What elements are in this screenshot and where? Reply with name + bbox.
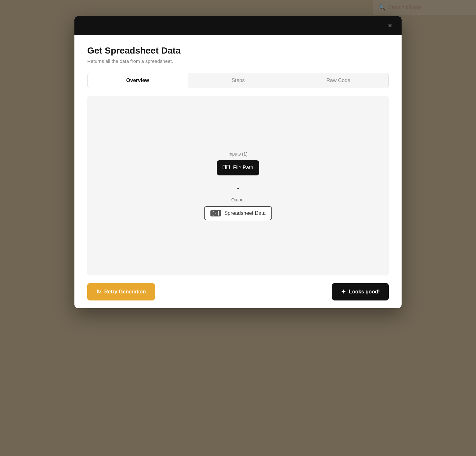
looks-good-label: Looks good! xyxy=(349,289,380,295)
inputs-label: Inputs (1) xyxy=(228,151,247,156)
diagram-area: Inputs (1) File Path xyxy=(87,96,389,275)
looks-good-icon: ✦ xyxy=(341,288,346,295)
tab-rawcode[interactable]: Raw Code xyxy=(288,73,388,88)
modal-body: Get Spreadsheet Data Returns all the dat… xyxy=(74,35,402,275)
modal-title: Get Spreadsheet Data xyxy=(87,46,389,56)
modal-backdrop: × Get Spreadsheet Data Returns all the d… xyxy=(0,0,476,456)
retry-icon: ↻ xyxy=(96,288,101,295)
output-chip-icon: [·] xyxy=(210,210,221,216)
arrow-down: ↓ xyxy=(236,182,240,191)
modal: × Get Spreadsheet Data Returns all the d… xyxy=(74,16,402,308)
output-chip: [·] Spreadsheet Data xyxy=(204,206,272,220)
looks-good-button[interactable]: ✦ Looks good! xyxy=(332,283,389,300)
modal-header-bar: × xyxy=(74,16,402,35)
input-chip-icon xyxy=(223,164,230,172)
output-label: Output xyxy=(231,197,245,202)
input-chip-label: File Path xyxy=(233,165,253,171)
retry-label: Retry Generation xyxy=(104,289,146,295)
tab-bar: Overview Steps Raw Code xyxy=(87,73,389,88)
svg-rect-1 xyxy=(227,165,229,169)
output-chip-label: Spreadsheet Data xyxy=(224,210,266,216)
tab-overview[interactable]: Overview xyxy=(88,73,188,88)
output-section: Output [·] Spreadsheet Data xyxy=(204,197,272,220)
inputs-section: Inputs (1) File Path xyxy=(217,151,259,175)
svg-rect-0 xyxy=(223,165,225,169)
retry-generation-button[interactable]: ↻ Retry Generation xyxy=(87,283,155,300)
close-button[interactable]: × xyxy=(385,21,395,31)
modal-footer: ↻ Retry Generation ✦ Looks good! xyxy=(74,275,402,308)
modal-subtitle: Returns all the data from a spreadsheet. xyxy=(87,58,389,64)
input-chip: File Path xyxy=(217,160,259,175)
tab-steps[interactable]: Steps xyxy=(188,73,288,88)
